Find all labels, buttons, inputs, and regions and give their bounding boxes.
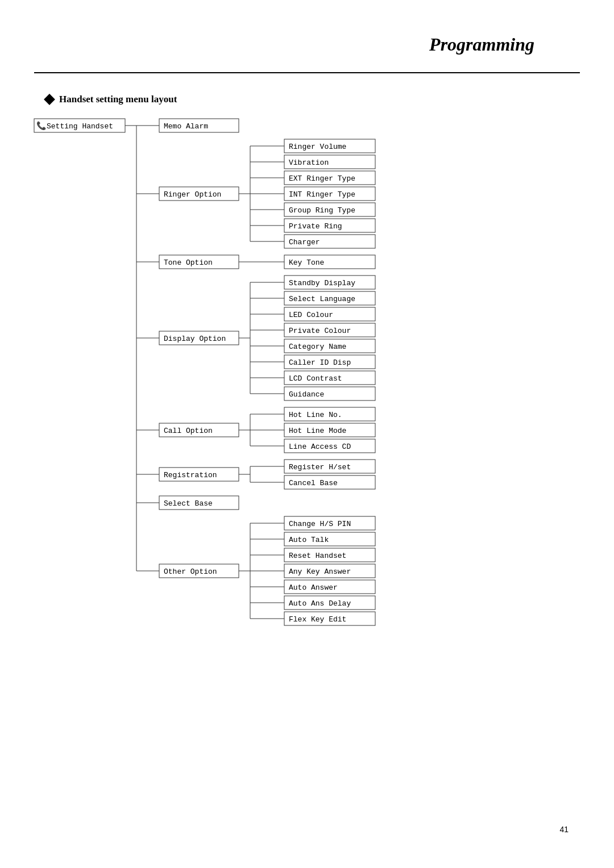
svg-text:Hot Line Mode: Hot Line Mode: [289, 427, 346, 435]
svg-text:Display Option: Display Option: [164, 335, 226, 343]
svg-text:Private Ring: Private Ring: [289, 222, 342, 231]
svg-text:Other Option: Other Option: [164, 567, 217, 576]
page-number: 41: [559, 825, 569, 834]
svg-text:Line Access CD: Line Access CD: [289, 443, 351, 451]
svg-text:Category Name: Category Name: [289, 343, 346, 351]
svg-text:Setting Handset: Setting Handset: [47, 122, 113, 131]
svg-text:Guidance: Guidance: [289, 390, 324, 399]
page-title: Programming: [34, 0, 580, 73]
svg-text:Memo Alarm: Memo Alarm: [164, 122, 208, 131]
svg-text:LED Colour: LED Colour: [289, 311, 333, 319]
svg-text:📞: 📞: [36, 121, 47, 131]
svg-text:Ringer Volume: Ringer Volume: [289, 143, 346, 151]
svg-text:Auto Answer: Auto Answer: [289, 583, 338, 592]
svg-text:EXT Ringer Type: EXT Ringer Type: [289, 174, 355, 183]
svg-text:Standby Display: Standby Display: [289, 279, 355, 287]
svg-text:Select Language: Select Language: [289, 295, 355, 303]
svg-text:INT Ringer Type: INT Ringer Type: [289, 190, 355, 199]
menu-layout: 📞Setting HandsetMemo AlarmRinger OptionR…: [34, 119, 614, 666]
section-heading: Handset setting menu layout: [45, 94, 614, 105]
svg-text:Call Option: Call Option: [164, 427, 213, 435]
svg-text:Vibration: Vibration: [289, 158, 329, 167]
svg-text:Private Colour: Private Colour: [289, 327, 351, 335]
svg-text:Auto Ans Delay: Auto Ans Delay: [289, 599, 351, 608]
svg-text:Registration: Registration: [164, 471, 217, 479]
diamond-icon: [44, 94, 55, 105]
svg-text:Cancel Base: Cancel Base: [289, 479, 338, 487]
svg-text:Reset Handset: Reset Handset: [289, 552, 346, 560]
svg-text:Hot Line No.: Hot Line No.: [289, 411, 342, 419]
svg-text:Flex Key Edit: Flex Key Edit: [289, 615, 346, 624]
svg-text:Charger: Charger: [289, 238, 320, 247]
svg-text:Any Key Answer: Any Key Answer: [289, 567, 351, 576]
tree-diagram: 📞Setting HandsetMemo AlarmRinger OptionR…: [34, 119, 460, 666]
svg-text:Caller ID Disp: Caller ID Disp: [289, 358, 351, 367]
svg-text:Tone Option: Tone Option: [164, 258, 213, 267]
svg-text:Group Ring Type: Group Ring Type: [289, 206, 355, 215]
svg-text:Change H/S PIN: Change H/S PIN: [289, 520, 351, 528]
svg-text:Register H/set: Register H/set: [289, 463, 351, 471]
svg-text:Select Base: Select Base: [164, 499, 213, 508]
svg-text:LCD Contrast: LCD Contrast: [289, 374, 342, 383]
svg-text:Key Tone: Key Tone: [289, 258, 324, 267]
svg-text:Auto Talk: Auto Talk: [289, 536, 329, 544]
svg-text:Ringer Option: Ringer Option: [164, 190, 221, 199]
